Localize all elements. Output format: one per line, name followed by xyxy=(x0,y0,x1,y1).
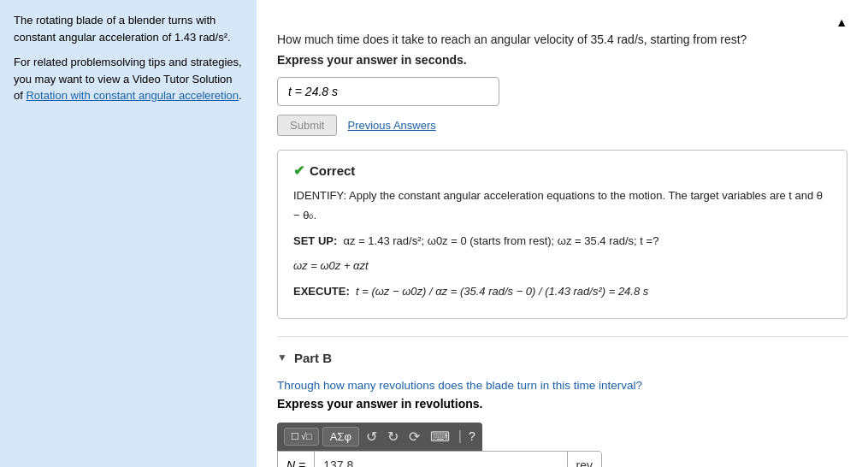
math-toolbar: ☐ √□ AΣφ ↺ ↻ ⟳ ⌨ | ? xyxy=(277,423,482,451)
execute-text: EXECUTE: t = (ωz − ω0z) / αz = (35.4 rad… xyxy=(293,281,831,301)
sqrt-button[interactable]: ☐ √□ xyxy=(284,428,319,446)
part-a-answer-label: t = xyxy=(288,85,302,98)
toolbar-separator: | xyxy=(458,429,462,444)
equation-value: ωz = ω0z + αzt xyxy=(293,259,369,272)
part-b-arrow-icon: ▼ xyxy=(277,352,287,364)
correct-body: IDENTIFY: Apply the constant angular acc… xyxy=(293,186,831,301)
part-a-express: Express your answer in seconds. xyxy=(277,53,847,67)
check-icon: ✔ xyxy=(293,163,304,179)
identify-text: IDENTIFY: Apply the constant angular acc… xyxy=(293,186,831,226)
equation-text: ωz = ω0z + αzt xyxy=(293,256,831,275)
submit-button[interactable]: Submit xyxy=(277,115,337,136)
part-b-section: ▼ Part B Through how many revolutions do… xyxy=(277,351,847,467)
part-b-label: Part B xyxy=(294,351,332,365)
sidebar-tip: For related problemsolving tips and stra… xyxy=(14,54,243,104)
part-a-actions: Submit Previous Answers xyxy=(277,115,847,136)
setup-label: SET UP: xyxy=(293,234,337,247)
unit-label: rev xyxy=(567,452,601,467)
checkbox-icon: ☐ xyxy=(291,431,299,442)
part-a-question: How much time does it take to reach an a… xyxy=(277,33,847,46)
sidebar-intro-text: The rotating blade of a blender turns wi… xyxy=(14,14,231,44)
rotation-link[interactable]: Rotation with constant angular acceleret… xyxy=(26,89,239,102)
execute-value: t = (ωz − ω0z) / αz = (35.4 rad/s − 0) /… xyxy=(356,285,648,298)
undo-button[interactable]: ↺ xyxy=(363,427,381,446)
top-arrow-area: ▲ xyxy=(277,15,847,29)
part-b-question: Through how many revolutions does the bl… xyxy=(277,379,847,392)
n-input[interactable] xyxy=(315,452,566,467)
correct-label: Correct xyxy=(310,163,355,178)
redo-button[interactable]: ↻ xyxy=(384,427,402,446)
part-a-answer-value: 24.8 s xyxy=(305,85,338,98)
help-button[interactable]: ? xyxy=(469,429,475,443)
correct-box: ✔ Correct IDENTIFY: Apply the constant a… xyxy=(277,150,847,319)
part-b-header: ▼ Part B xyxy=(277,351,847,365)
sidebar: The rotating blade of a blender turns wi… xyxy=(0,0,257,467)
correct-header: ✔ Correct xyxy=(293,163,831,179)
sidebar-intro: The rotating blade of a blender turns wi… xyxy=(14,12,243,45)
setup-text: SET UP: αz = 1.43 rad/s²; ω0z = 0 (start… xyxy=(293,231,831,251)
sidebar-tip-end: . xyxy=(239,89,242,102)
n-label: N = xyxy=(278,452,315,467)
part-a-answer-box: t = 24.8 s xyxy=(277,77,499,106)
n-input-row: N = rev xyxy=(277,451,602,467)
sqrt-label: √□ xyxy=(301,431,312,441)
part-b-express: Express your answer in revolutions. xyxy=(277,397,847,411)
main-content: ▲ How much time does it take to reach an… xyxy=(257,0,868,467)
execute-label: EXECUTE: xyxy=(293,285,350,298)
func-button[interactable]: AΣφ xyxy=(322,427,359,446)
keyboard-button[interactable]: ⌨ xyxy=(427,427,453,446)
section-divider xyxy=(277,336,847,337)
setup-value: αz = 1.43 rad/s²; ω0z = 0 (starts from r… xyxy=(344,234,659,247)
previous-answers-link[interactable]: Previous Answers xyxy=(347,119,435,132)
refresh-button[interactable]: ⟳ xyxy=(405,427,423,446)
